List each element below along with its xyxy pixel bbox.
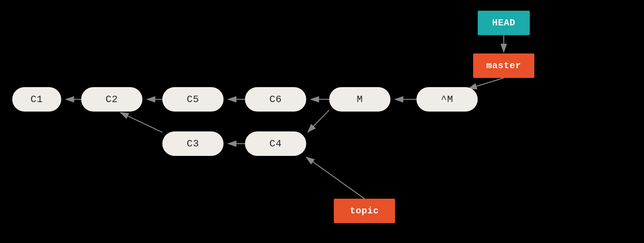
commit-caret-m: ^M	[416, 87, 478, 112]
head-label: HEAD	[478, 11, 530, 35]
commit-c5: C5	[162, 87, 224, 112]
svg-line-6	[308, 110, 329, 132]
arrows-layer	[0, 0, 644, 243]
commit-c6: C6	[245, 87, 306, 112]
commit-c3: C3	[162, 131, 224, 156]
svg-line-11	[306, 157, 364, 199]
svg-line-8	[120, 112, 162, 132]
commit-m: M	[329, 87, 390, 112]
commit-c2: C2	[81, 87, 142, 112]
commit-c4: C4	[245, 131, 306, 156]
diagram-canvas: C1 C2 C5 C6 M ^M C3 C4 HEAD master topic	[0, 0, 644, 243]
master-label: master	[473, 53, 534, 78]
commit-c1: C1	[12, 87, 61, 112]
topic-label: topic	[334, 199, 395, 223]
svg-line-10	[469, 78, 504, 89]
